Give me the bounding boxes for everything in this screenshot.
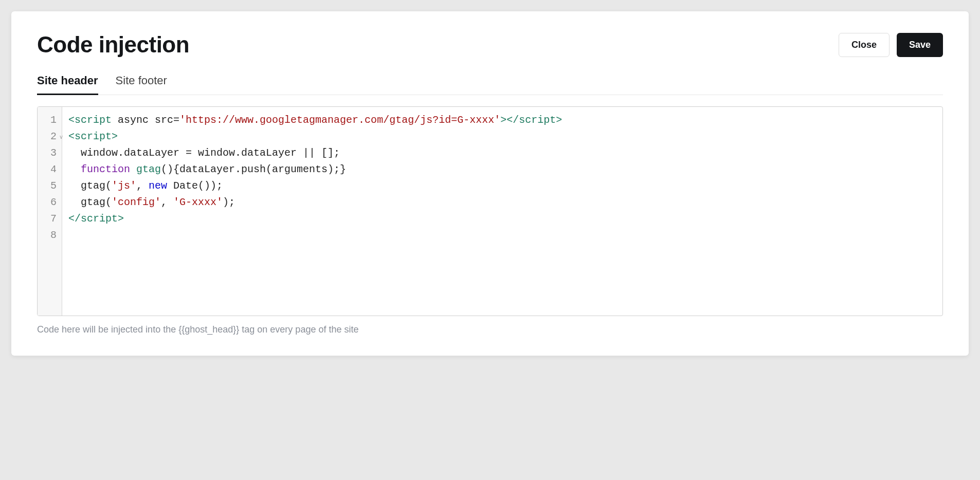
code-line: window.dataLayer = window.dataLayer || [… — [68, 145, 936, 161]
page-title: Code injection — [37, 32, 189, 58]
fold-marker-icon[interactable]: v — [60, 130, 63, 146]
editor-hint: Code here will be injected into the {{gh… — [37, 324, 943, 335]
code-editor[interactable]: 12v345678 <script async src='https://www… — [37, 106, 943, 316]
editor-code-area[interactable]: <script async src='https://www.googletag… — [62, 107, 942, 316]
line-number: 3 — [38, 145, 62, 161]
code-line: </script> — [68, 211, 936, 227]
modal-header: Code injection Close Save — [37, 32, 943, 58]
code-line: <script async src='https://www.googletag… — [68, 112, 936, 128]
save-button[interactable]: Save — [897, 33, 943, 57]
tabs: Site header Site footer — [37, 74, 943, 95]
line-number: 1 — [38, 112, 62, 128]
code-line: gtag('config', 'G-xxxx'); — [68, 194, 936, 211]
header-actions: Close Save — [839, 33, 943, 57]
line-number: 2v — [38, 128, 62, 145]
line-number: 5 — [38, 178, 62, 194]
line-number: 6 — [38, 194, 62, 211]
line-number: 8 — [38, 227, 62, 244]
line-number: 7 — [38, 211, 62, 227]
tab-site-header[interactable]: Site header — [37, 74, 98, 95]
line-number: 4 — [38, 161, 62, 178]
code-line: <script> — [68, 128, 936, 145]
code-line: function gtag(){dataLayer.push(arguments… — [68, 161, 936, 178]
close-button[interactable]: Close — [839, 33, 890, 57]
tab-site-footer[interactable]: Site footer — [116, 74, 167, 95]
code-line: gtag('js', new Date()); — [68, 178, 936, 194]
code-injection-modal: Code injection Close Save Site header Si… — [11, 11, 969, 356]
code-line — [68, 227, 936, 244]
editor-gutter: 12v345678 — [38, 107, 62, 316]
